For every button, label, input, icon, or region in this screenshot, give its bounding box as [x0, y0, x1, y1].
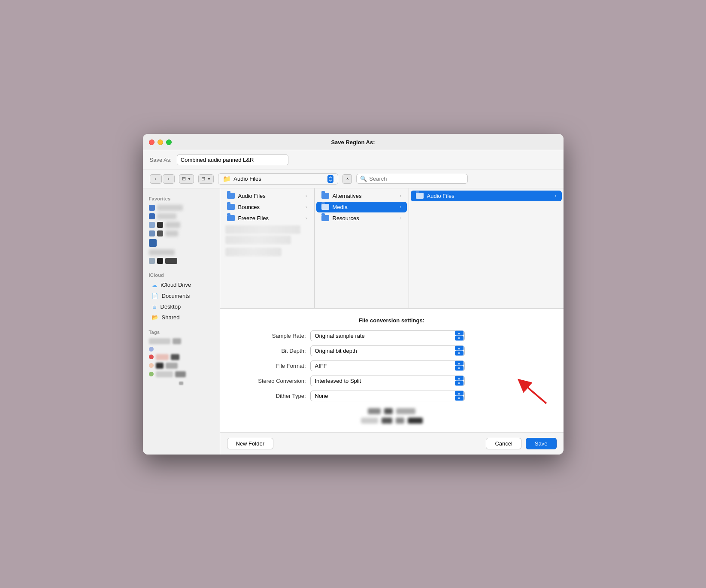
back-button[interactable]: ‹ [150, 174, 162, 184]
stereo-conversion-select[interactable]: Interleaved to Split [310, 376, 465, 386]
sidebar-item-icloud-drive[interactable]: ☁ iCloud Drive [145, 280, 217, 290]
save-as-input[interactable] [177, 155, 288, 165]
blurred-block-2 [384, 408, 393, 414]
file-item-freeze[interactable]: Freeze Files › [222, 213, 312, 224]
file-item-resources[interactable]: Resources › [316, 213, 407, 224]
swatch-label-1[interactable] [157, 205, 183, 211]
tag-gray-blur[interactable] [166, 363, 178, 369]
file-label-media: Media [333, 204, 348, 210]
dither-type-down[interactable]: ▼ [455, 396, 464, 401]
stereo-conversion-row: Stereo Conversion: Interleaved to Split … [237, 376, 546, 386]
tags-label: Tags [143, 326, 220, 336]
maximize-button[interactable] [166, 139, 172, 145]
tag-light-blur[interactable] [156, 371, 173, 377]
swatch-lightblue[interactable] [149, 222, 155, 228]
swatch-label-4[interactable] [165, 230, 178, 236]
new-folder-button[interactable]: New Folder [227, 438, 273, 449]
column-view-chevron: ▼ [188, 177, 191, 181]
sidebar-icloud-drive-label: iCloud Drive [161, 282, 191, 288]
bit-depth-select[interactable]: Original bit depth [310, 346, 465, 356]
search-input[interactable] [369, 176, 464, 182]
file-format-row: File Format: AIFF ▲ ▼ [237, 361, 546, 371]
sample-rate-up[interactable]: ▲ [455, 331, 464, 336]
swatch-blue2[interactable] [149, 213, 155, 219]
swatch-label-2[interactable] [157, 213, 176, 219]
tag-blue-dot[interactable] [149, 347, 154, 352]
chevron-alternatives: › [400, 193, 402, 198]
bit-depth-label: Bit Depth: [237, 348, 306, 354]
swatch-black[interactable] [157, 258, 163, 264]
sidebar-item-shared[interactable]: 📂 Shared [145, 312, 217, 322]
sidebar-item-documents[interactable]: 📄 Documents [145, 291, 217, 301]
collapse-button[interactable]: ∧ [342, 174, 352, 184]
tag-dark-blur[interactable] [171, 354, 179, 360]
minimize-button[interactable] [158, 139, 163, 145]
bottom-right-buttons: Cancel Save [486, 438, 556, 449]
swatch-dark[interactable] [157, 222, 163, 228]
swatch-label-3[interactable] [165, 222, 180, 228]
file-format-wrapper: AIFF ▲ ▼ [310, 361, 465, 371]
sample-rate-stepper: ▲ ▼ [455, 331, 464, 341]
save-as-label: Save As: [150, 157, 172, 163]
dither-type-select[interactable]: None [310, 391, 465, 401]
tag-blur-2[interactable] [173, 338, 181, 344]
file-format-up[interactable]: ▲ [455, 361, 464, 366]
tag-black-blur[interactable] [156, 363, 164, 369]
swatch-mid[interactable] [149, 230, 155, 236]
save-as-toolbar: Save As: [143, 150, 564, 170]
cloud-icon: ☁ [152, 282, 158, 288]
folder-icon-freeze [227, 215, 235, 221]
dither-type-up[interactable]: ▲ [455, 391, 464, 396]
swatch-dark2[interactable] [157, 230, 163, 236]
sample-rate-down[interactable]: ▼ [455, 336, 464, 341]
stereo-conversion-down[interactable]: ▼ [455, 381, 464, 386]
file-format-label: File Format: [237, 363, 306, 369]
dither-type-wrapper: None ▲ ▼ [310, 391, 465, 401]
save-button[interactable]: Save [526, 438, 557, 449]
file-item-audio-files[interactable]: Audio Files › [222, 191, 312, 201]
tag-mid-blur[interactable] [175, 371, 186, 377]
tag-pink-blur[interactable] [156, 354, 169, 360]
column-view-button[interactable]: ⊞ ▼ [179, 174, 194, 184]
sidebar-item-desktop[interactable]: 🖥 Desktop [145, 302, 217, 312]
tag-red-dot[interactable] [149, 355, 154, 359]
forward-button[interactable]: › [163, 174, 175, 184]
tag-blur-1[interactable] [149, 338, 170, 344]
path-selector[interactable]: 📁 Audio Files [218, 173, 338, 185]
svg-rect-0 [327, 175, 333, 183]
swatch-medium[interactable] [149, 258, 155, 264]
dither-type-row: Dither Type: None ▲ ▼ [237, 391, 546, 401]
bit-depth-up[interactable]: ▲ [455, 346, 464, 351]
stereo-conversion-up[interactable]: ▲ [455, 376, 464, 381]
title-bar: Save Region As: [143, 134, 564, 150]
selected-item-blur[interactable] [149, 249, 175, 255]
sample-rate-select[interactable]: Original sample rate [310, 330, 465, 341]
file-item-media[interactable]: Media › [316, 202, 407, 212]
sample-rate-wrapper: Original sample rate ▲ ▼ [310, 330, 465, 341]
folder-icon-audio-col3 [416, 193, 424, 199]
main-content: Favorites [143, 188, 564, 455]
close-button[interactable] [149, 139, 155, 145]
swatch-large[interactable] [149, 239, 157, 247]
path-stepper-icon [327, 175, 333, 183]
swatch-wide[interactable] [165, 258, 177, 264]
favorites-swatches [143, 203, 220, 266]
shared-icon: 📂 [152, 314, 158, 321]
icon-view-button[interactable]: ⊟ ▼ [198, 174, 214, 184]
cancel-button[interactable]: Cancel [486, 438, 521, 449]
file-format-down[interactable]: ▼ [455, 366, 464, 371]
swatch-blue[interactable] [149, 205, 155, 211]
folder-icon-alt [321, 193, 329, 199]
blurred-settings [237, 408, 546, 424]
bit-depth-down[interactable]: ▼ [455, 351, 464, 356]
file-item-bounces[interactable]: Bounces › [222, 202, 312, 212]
tag-green-dot[interactable] [149, 372, 154, 376]
tag-orange-dot[interactable] [149, 363, 154, 368]
file-format-select[interactable]: AIFF [310, 361, 465, 371]
file-item-audio-files-col3[interactable]: Audio Files › [411, 191, 562, 201]
blurred-block-6 [396, 418, 404, 424]
stereo-conversion-wrapper: Interleaved to Split ▲ ▼ [310, 376, 465, 386]
settings-container: File conversion settings: Sample Rate: O… [220, 309, 564, 432]
sidebar-desktop-label: Desktop [161, 303, 181, 310]
file-item-alternatives[interactable]: Alternatives › [316, 191, 407, 201]
